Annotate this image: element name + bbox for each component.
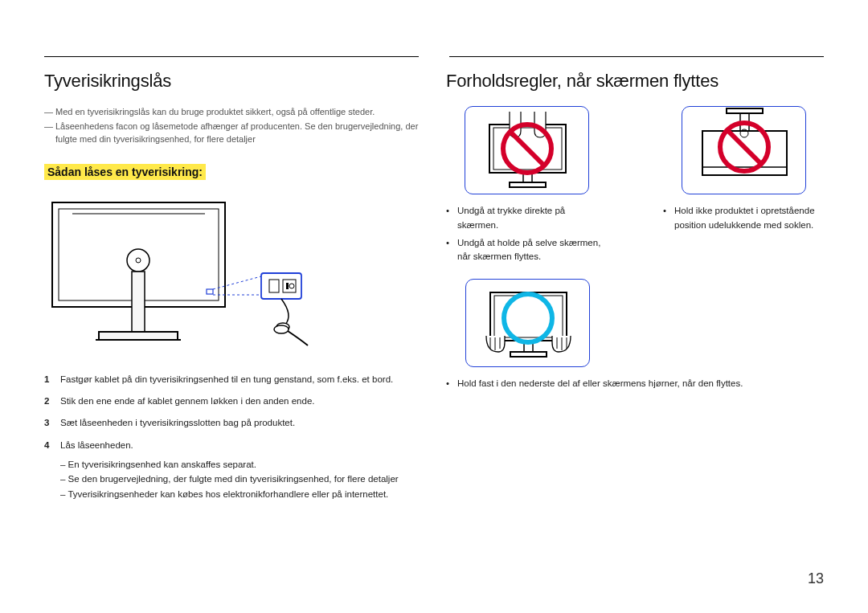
- rule-top-left: [44, 56, 419, 57]
- heading-left: Tyverisikringslås: [44, 71, 419, 92]
- svg-rect-12: [269, 280, 279, 292]
- note-row-2: ― Låseenhedens facon og låsemetode afhæn…: [44, 121, 419, 146]
- svg-rect-34: [510, 352, 547, 357]
- bullets-left-bottom: Hold fast i den nederste del af eller sk…: [446, 377, 824, 391]
- ordered-steps: 1Fastgør kablet på din tyverisikringsenh…: [44, 373, 419, 501]
- rule-top-right: [449, 56, 824, 57]
- bullet-item: Undgå at trykke direkte på skærmen.: [446, 204, 607, 233]
- svg-rect-5: [132, 272, 145, 332]
- figure-dont-hold-stand: [682, 106, 806, 194]
- svg-point-41: [504, 294, 552, 342]
- figure-dont-press-screen: [465, 106, 589, 194]
- page-number: 13: [808, 570, 824, 587]
- note-dash-icon: ―: [44, 106, 55, 119]
- bullet-item: Hold ikke produktet i opretstående posit…: [663, 204, 824, 233]
- svg-rect-14: [286, 283, 289, 289]
- svg-rect-6: [99, 332, 178, 340]
- svg-line-10: [213, 276, 261, 289]
- left-column: Tyverisikringslås ― Med en tyverisikring…: [44, 71, 419, 509]
- svg-rect-21: [510, 182, 546, 187]
- right-column: Forholdsregler, når skærmen flyttes: [446, 71, 824, 394]
- step4-sublist: En tyverisikringsenhed kan anskaffes sep…: [60, 457, 419, 501]
- step-item: 2Stik den ene ende af kablet gennem løkk…: [44, 394, 419, 408]
- svg-point-3: [127, 249, 149, 272]
- step-item: 3Sæt låseenheden i tyverisikringsslotten…: [44, 416, 419, 430]
- subheading-left: Sådan låses en tyverisikring:: [44, 164, 206, 180]
- sublist-item: Tyverisikringsenheder kan købes hos elek…: [60, 487, 419, 501]
- note-row-1: ― Med en tyverisikringslås kan du bruge …: [44, 106, 419, 119]
- note-text: Med en tyverisikringslås kan du bruge pr…: [55, 106, 419, 119]
- figure-hold-corners: [465, 279, 590, 367]
- svg-point-17: [274, 325, 289, 333]
- sublist-item: En tyverisikringsenhed kan anskaffes sep…: [60, 457, 419, 472]
- svg-point-4: [136, 258, 141, 263]
- svg-point-15: [289, 284, 294, 288]
- sublist-item: Se den brugervejledning, der fulgte med …: [60, 472, 419, 486]
- figure-lock: [44, 194, 419, 358]
- figure-grid-top: Undgå at trykke direkte på skærmen. Undg…: [446, 106, 824, 268]
- bullet-item: Hold fast i den nederste del af eller sk…: [446, 377, 824, 391]
- bullets-right-top: Hold ikke produktet i opretstående posit…: [663, 204, 824, 233]
- svg-line-30: [728, 131, 760, 163]
- bullet-item: Undgå at holde på selve skærmen, når skæ…: [446, 236, 607, 265]
- note-text: Låseenhedens facon og låsemetode afhænge…: [55, 121, 419, 146]
- step-item: 4 Lås låseenheden. En tyverisikringsenhe…: [44, 439, 419, 501]
- bullets-left-top: Undgå at trykke direkte på skærmen. Undg…: [446, 204, 607, 264]
- svg-rect-27: [727, 108, 763, 113]
- heading-right: Forholdsregler, når skærmen flyttes: [446, 71, 824, 92]
- note-dash-icon: ―: [44, 121, 55, 146]
- svg-rect-8: [207, 289, 213, 294]
- step-item: 1Fastgør kablet på din tyverisikringsenh…: [44, 373, 419, 386]
